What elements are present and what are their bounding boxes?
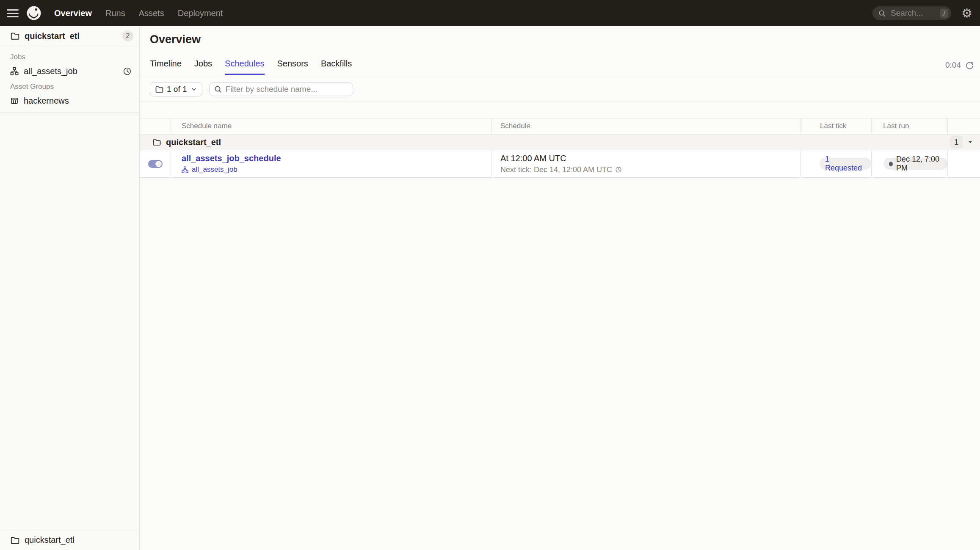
column-actions — [947, 118, 980, 135]
sidebar-divider — [0, 112, 139, 113]
content-divider — [140, 102, 980, 102]
sidebar-item-all-assets-job[interactable]: all_assets_job — [0, 64, 139, 78]
nav-item-runs[interactable]: Runs — [105, 8, 125, 18]
folder-icon — [10, 536, 19, 545]
folder-icon — [10, 31, 19, 41]
nav-item-overview[interactable]: Overview — [54, 8, 92, 18]
table-header-row: Schedule name Schedule Last tick Last ru… — [140, 118, 980, 135]
repo-filter-value: 1 of 1 — [167, 85, 187, 94]
search-icon — [878, 9, 886, 17]
chevron-down-icon — [190, 86, 197, 93]
schedule-filter-input[interactable] — [209, 82, 353, 96]
sidebar-repo-header[interactable]: quickstart_etl 2 — [0, 26, 139, 46]
tab-jobs[interactable]: Jobs — [194, 46, 212, 75]
column-last-tick: Last tick — [800, 118, 871, 135]
hamburger-menu-icon[interactable] — [7, 9, 19, 17]
folder-icon — [155, 85, 163, 94]
schedule-cron-text: At 12:00 AM UTC — [500, 154, 800, 163]
nav-item-deployment[interactable]: Deployment — [178, 8, 223, 18]
jobs-section-label: Jobs — [0, 53, 139, 61]
clock-icon — [615, 166, 622, 173]
job-icon — [10, 67, 19, 75]
job-link[interactable]: all_assets_job — [192, 165, 237, 174]
footer-repo-label: quickstart_etl — [25, 535, 75, 545]
sidebar-item-label: all_assets_job — [24, 66, 77, 76]
left-sidebar: quickstart_etl 2 Jobs all_assets_job — [0, 26, 140, 550]
schedule-name-filter — [209, 82, 353, 96]
asset-group-icon — [10, 96, 19, 105]
repo-group-row[interactable]: quickstart_etl 1 — [140, 135, 980, 150]
repo-count-badge: 2 — [122, 30, 133, 41]
collapse-caret-icon[interactable] — [967, 139, 973, 145]
toggle-knob — [155, 161, 162, 167]
tab-schedules[interactable]: Schedules — [225, 46, 264, 75]
last-run-badge[interactable]: Dec 12, 7:00 PM — [883, 158, 947, 170]
repo-filter-dropdown[interactable]: 1 of 1 — [150, 82, 202, 96]
settings-gear-icon[interactable]: ⚙ — [961, 7, 972, 19]
top-navigation-bar: Overview Runs Assets Deployment / ⚙ — [0, 0, 980, 26]
nav-item-assets[interactable]: Assets — [139, 8, 164, 18]
filter-row: 1 of 1 — [150, 82, 980, 96]
schedule-row: all_assets_job_schedule all_assets_job A… — [140, 150, 980, 178]
column-toggle — [140, 118, 171, 135]
global-search[interactable]: / — [872, 6, 951, 20]
search-icon — [214, 85, 222, 94]
schedule-enabled-toggle[interactable] — [148, 160, 163, 168]
refresh-icon[interactable] — [965, 61, 974, 70]
last-run-time: Dec 12, 7:00 PM — [896, 155, 942, 173]
page-title: Overview — [150, 33, 980, 46]
column-last-run: Last run — [871, 118, 947, 135]
dagster-logo-icon[interactable] — [26, 6, 41, 21]
column-schedule: Schedule — [491, 118, 800, 135]
search-shortcut-key: / — [940, 9, 948, 18]
tab-sensors[interactable]: Sensors — [277, 46, 308, 75]
sidebar-asset-groups-section: Asset Groups hackernews — [0, 78, 139, 108]
main-content: Overview Timeline Jobs Schedules Sensors… — [140, 26, 980, 550]
folder-icon — [152, 138, 161, 146]
last-tick-badge[interactable]: 1 Requested — [820, 158, 871, 170]
group-count-badge: 1 — [950, 136, 963, 148]
job-icon — [182, 166, 188, 173]
repo-title: quickstart_etl — [25, 31, 80, 41]
sidebar-item-label: hackernews — [24, 96, 69, 106]
refresh-elapsed-time: 0:04 — [945, 60, 961, 70]
schedule-clock-icon[interactable] — [123, 67, 132, 76]
group-repo-name: quickstart_etl — [166, 138, 221, 147]
overview-tabbar: Timeline Jobs Schedules Sensors Backfill… — [140, 46, 980, 75]
sidebar-item-hackernews[interactable]: hackernews — [0, 94, 139, 108]
next-tick-text: Next tick: Dec 14, 12:00 AM UTC — [500, 165, 612, 174]
asset-groups-section-label: Asset Groups — [0, 82, 139, 91]
column-schedule-name: Schedule name — [171, 118, 491, 135]
tab-backfills[interactable]: Backfills — [321, 46, 352, 75]
sidebar-footer-repo[interactable]: quickstart_etl — [0, 530, 139, 550]
search-input[interactable] — [890, 8, 936, 18]
primary-nav: Overview Runs Assets Deployment — [54, 8, 223, 18]
schedule-name-link[interactable]: all_assets_job_schedule — [182, 154, 281, 163]
schedules-table: Schedule name Schedule Last tick Last ru… — [140, 118, 980, 178]
run-status-dot-icon — [889, 162, 893, 166]
sidebar-jobs-section: Jobs all_assets_job — [0, 46, 139, 78]
tab-timeline[interactable]: Timeline — [150, 46, 182, 75]
